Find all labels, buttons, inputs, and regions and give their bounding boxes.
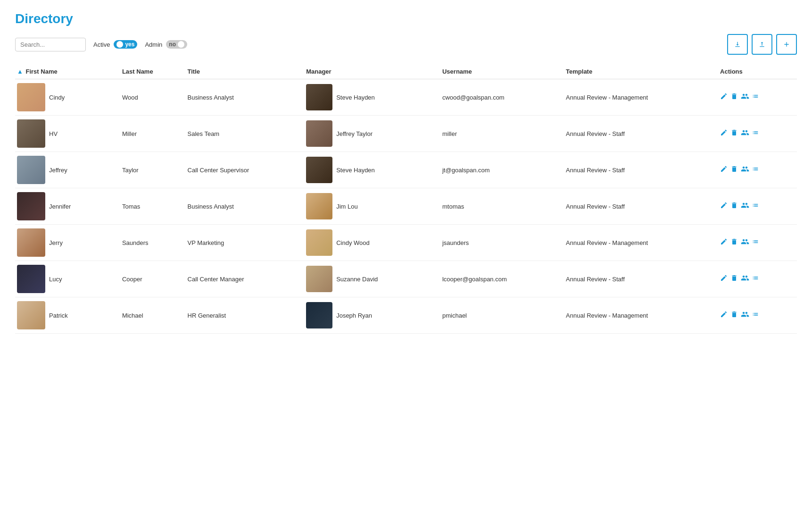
manager-cell: Joseph Ryan	[306, 302, 436, 328]
template: Annual Review - Management	[564, 297, 718, 334]
assign-icon[interactable]	[741, 201, 749, 211]
list-icon[interactable]	[752, 166, 759, 174]
col-first-name[interactable]: ▲ First Name	[15, 64, 120, 79]
delete-icon[interactable]	[730, 165, 738, 175]
assign-icon[interactable]	[741, 310, 749, 320]
username: jt@goalspan.com	[440, 152, 564, 188]
search-input[interactable]	[15, 38, 86, 51]
assign-icon[interactable]	[741, 165, 749, 175]
template: Annual Review - Management	[564, 225, 718, 261]
assign-icon[interactable]	[741, 237, 749, 248]
list-icon[interactable]	[752, 311, 759, 320]
username: jsaunders	[440, 225, 564, 261]
last-name: Saunders	[120, 225, 186, 261]
active-toggle-knob	[116, 41, 123, 48]
directory-table: ▲ First Name Last Name Title Manager Use…	[15, 64, 797, 334]
manager-avatar	[306, 229, 332, 256]
delete-icon[interactable]	[730, 274, 738, 284]
list-icon[interactable]	[752, 93, 759, 101]
table-row: Jeffrey TaylorCall Center Supervisor Ste…	[15, 152, 797, 188]
avatar	[17, 83, 45, 111]
person-cell: Jerry	[17, 228, 116, 257]
table-row: Lucy CooperCall Center Manager Suzanne D…	[15, 261, 797, 297]
col-last-name: Last Name	[120, 64, 186, 79]
edit-icon[interactable]	[720, 202, 728, 211]
active-filter-group: Active yes	[93, 40, 137, 49]
list-icon[interactable]	[752, 238, 759, 247]
manager-name: Steve Hayden	[336, 94, 375, 101]
manager-cell: Suzanne David	[306, 266, 436, 292]
template: Annual Review - Management	[564, 79, 718, 116]
manager-name: Jim Lou	[336, 203, 358, 210]
manager-avatar	[306, 157, 332, 183]
manager-avatar	[306, 266, 332, 292]
col-manager: Manager	[304, 64, 440, 79]
export-icon	[758, 41, 766, 48]
delete-icon[interactable]	[730, 129, 738, 138]
manager-avatar	[306, 302, 332, 328]
job-title: Sales Team	[186, 116, 305, 152]
actions-cell	[720, 237, 792, 248]
person-cell: Lucy	[17, 265, 116, 293]
manager-cell: Steve Hayden	[306, 157, 436, 183]
col-title: Title	[186, 64, 305, 79]
import-icon	[734, 41, 741, 48]
delete-icon[interactable]	[730, 93, 738, 102]
manager-avatar	[306, 193, 332, 219]
avatar	[17, 192, 45, 220]
avatar	[17, 265, 45, 293]
manager-cell: Jeffrey Taylor	[306, 120, 436, 147]
assign-icon[interactable]	[741, 92, 749, 102]
import-button[interactable]	[727, 34, 748, 55]
job-title: Business Analyst	[186, 79, 305, 116]
table-header-row: ▲ First Name Last Name Title Manager Use…	[15, 64, 797, 79]
actions-cell	[720, 310, 792, 320]
edit-icon[interactable]	[720, 93, 728, 102]
edit-icon[interactable]	[720, 311, 728, 320]
actions-cell	[720, 92, 792, 102]
edit-icon[interactable]	[720, 274, 728, 284]
admin-toggle[interactable]: no	[166, 40, 187, 49]
table-row: Jennifer TomasBusiness Analyst Jim Lou m…	[15, 188, 797, 225]
list-icon[interactable]	[752, 129, 759, 138]
delete-icon[interactable]	[730, 311, 738, 320]
edit-icon[interactable]	[720, 129, 728, 138]
col-template-label: Template	[566, 68, 592, 75]
table-row: Patrick MichaelHR Generalist Joseph Ryan…	[15, 297, 797, 334]
last-name: Miller	[120, 116, 186, 152]
template: Annual Review - Staff	[564, 261, 718, 297]
active-toggle[interactable]: yes	[114, 40, 137, 49]
person-cell: Cindy	[17, 83, 116, 111]
list-icon[interactable]	[752, 202, 759, 210]
active-toggle-value: yes	[125, 41, 134, 48]
person-cell: Jeffrey	[17, 156, 116, 184]
first-name: Cindy	[49, 94, 65, 101]
edit-icon[interactable]	[720, 165, 728, 175]
template: Annual Review - Staff	[564, 116, 718, 152]
assign-icon[interactable]	[741, 274, 749, 284]
delete-icon[interactable]	[730, 202, 738, 211]
page-title: Directory	[15, 11, 797, 26]
edit-icon[interactable]	[720, 238, 728, 247]
first-name: Jeffrey	[49, 167, 67, 174]
add-button[interactable]	[776, 34, 797, 55]
avatar	[17, 301, 45, 329]
delete-icon[interactable]	[730, 238, 738, 247]
list-icon[interactable]	[752, 275, 759, 283]
last-name: Tomas	[120, 188, 186, 225]
manager-cell: Cindy Wood	[306, 229, 436, 256]
username: mtomas	[440, 188, 564, 225]
last-name: Wood	[120, 79, 186, 116]
manager-cell: Steve Hayden	[306, 84, 436, 110]
assign-icon[interactable]	[741, 128, 749, 139]
person-cell: Jennifer	[17, 192, 116, 220]
first-name: Lucy	[49, 276, 62, 283]
table-row: HV MillerSales Team Jeffrey Taylor mille…	[15, 116, 797, 152]
table-row: Jerry SaundersVP Marketing Cindy Wood js…	[15, 225, 797, 261]
export-button[interactable]	[752, 34, 772, 55]
col-template: Template	[564, 64, 718, 79]
last-name: Taylor	[120, 152, 186, 188]
template: Annual Review - Staff	[564, 188, 718, 225]
job-title: HR Generalist	[186, 297, 305, 334]
actions-cell	[720, 201, 792, 211]
